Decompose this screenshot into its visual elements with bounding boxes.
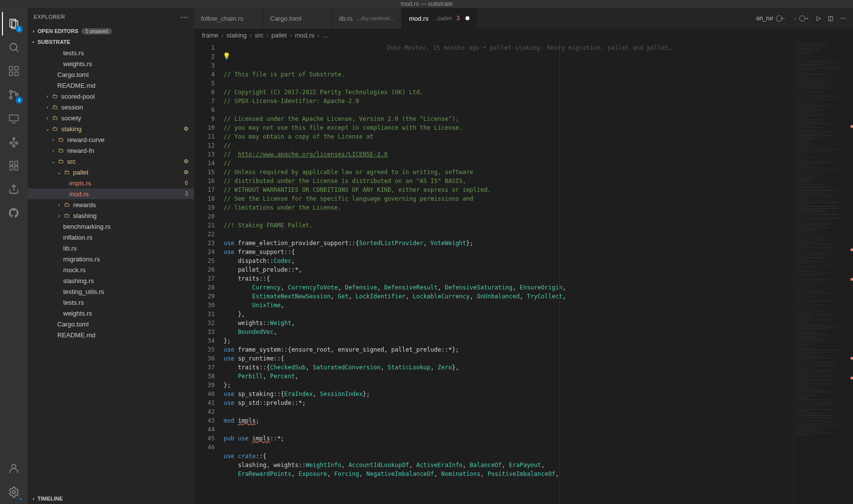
code-line[interactable]	[224, 212, 794, 221]
folder-item[interactable]: ›🗀society	[28, 112, 194, 123]
code-area[interactable]: Zeke Mostov, 15 months ago • pallet-stak…	[224, 41, 794, 504]
code-line[interactable]: use sp_staking::{EraIndex, SessionIndex}…	[224, 390, 794, 398]
breadcrumb-item[interactable]: src	[255, 32, 263, 39]
file-item[interactable]: benchmarking.rs	[28, 221, 194, 232]
folder-item[interactable]: ›🗀scored-pool	[28, 91, 194, 102]
run-icon[interactable]: ▷	[816, 15, 821, 22]
code-line[interactable]	[224, 443, 794, 452]
folder-item[interactable]: ⌄🗀staking	[28, 123, 194, 134]
code-line[interactable]: use frame_election_provider_support::{So…	[224, 239, 794, 248]
code-line[interactable]: BoundedVec,	[224, 327, 794, 336]
code-line[interactable]: pallet_prelude::*,	[224, 265, 794, 274]
code-line[interactable]: // This file is part of Substrate.	[224, 70, 794, 79]
code-line[interactable]: EraRewardPoints, Exposure, Forcing, Nega…	[224, 469, 794, 478]
remote-explorer-icon[interactable]	[2, 107, 26, 130]
folder-item[interactable]: ›🗀slashing	[28, 210, 194, 221]
code-line[interactable]: // You may obtain a copy of the License …	[224, 132, 794, 141]
breadcrumb-item[interactable]: pallet	[271, 32, 287, 39]
account-icon[interactable]	[2, 457, 26, 480]
editor-tab[interactable]: Cargo.toml	[263, 8, 332, 29]
explorer-icon[interactable]: 1	[2, 12, 26, 36]
code-line[interactable]: // distributed under the License is dist…	[224, 177, 794, 185]
minimap[interactable]	[794, 41, 853, 504]
code-line[interactable]: // you may not use this file except in c…	[224, 123, 794, 132]
folder-item[interactable]: ›🗀reward-fn	[28, 145, 194, 156]
code-line[interactable]: // limitations under the License.	[224, 203, 794, 212]
folder-item[interactable]: ›🗀reward-curve	[28, 134, 194, 145]
code-line[interactable]: weights::Weight,	[224, 319, 794, 327]
split-editor-icon[interactable]: ◫	[828, 15, 833, 22]
file-item[interactable]: Cargo.toml	[28, 319, 194, 329]
code-line[interactable]: //	[224, 159, 794, 168]
breadcrumb-item[interactable]: staking	[227, 32, 247, 39]
file-item[interactable]: README.md	[28, 329, 194, 340]
breadcrumb[interactable]: frame›staking›src›pallet›mod.rs›...	[194, 29, 853, 41]
code-line[interactable]: EstimateNextNewSession, Get, LockIdentif…	[224, 292, 794, 301]
github-icon[interactable]	[2, 201, 26, 225]
code-line[interactable]	[224, 79, 794, 88]
file-item[interactable]: slashing.rs	[28, 275, 194, 286]
code-line[interactable]: // See the License for the specific lang…	[224, 194, 794, 203]
editor-content[interactable]: 💡 12345678910111213141516171819202122232…	[194, 41, 853, 504]
code-line[interactable]: UnixTime,	[224, 301, 794, 310]
workspace-section[interactable]: › SUBSTRATE	[28, 36, 194, 47]
file-item[interactable]: README.md	[28, 80, 194, 91]
code-line[interactable]: Perbill, Percent,	[224, 372, 794, 381]
code-line[interactable]	[224, 407, 794, 416]
code-line[interactable]: };	[224, 336, 794, 345]
file-item[interactable]: tests.rs	[28, 47, 194, 58]
code-line[interactable]: use frame_support::{	[224, 248, 794, 256]
code-line[interactable]: traits::{CheckedSub, SaturatedConversion…	[224, 363, 794, 372]
code-line[interactable]	[224, 230, 794, 239]
more-actions-icon[interactable]: ⋯	[840, 15, 846, 22]
breadcrumb-item[interactable]: ...	[322, 32, 328, 39]
go-back-icon[interactable]: ⃝←	[780, 15, 786, 22]
settings-icon[interactable]	[2, 480, 26, 504]
code-line[interactable]: // SPDX-License-Identifier: Apache-2.0	[224, 97, 794, 106]
git-graph-icon[interactable]	[2, 130, 26, 154]
breadcrumb-item[interactable]: mod.rs	[295, 32, 314, 39]
code-line[interactable]: // Copyright (C) 2017-2022 Parity Techno…	[224, 88, 794, 97]
file-item[interactable]: weights.rs	[28, 308, 194, 319]
folder-item[interactable]: ⌄🗀src	[28, 156, 194, 167]
timeline-section[interactable]: › TIMELINE	[28, 493, 194, 504]
file-item[interactable]: impls.rs6	[28, 178, 194, 188]
code-line[interactable]: traits::{	[224, 274, 794, 283]
breadcrumb-item[interactable]: frame	[202, 32, 218, 39]
search-icon[interactable]	[2, 36, 26, 59]
code-line[interactable]: // http://www.apache.org/licenses/LICENS…	[224, 150, 794, 159]
nav-icon[interactable]: ○	[793, 15, 797, 22]
code-line[interactable]	[224, 425, 794, 434]
code-line[interactable]: },	[224, 310, 794, 319]
editor-tab[interactable]: mod.rs.../pallet3	[402, 8, 477, 29]
open-editors-section[interactable]: › OPEN EDITORS 1 unsaved	[28, 26, 194, 36]
file-item[interactable]: weights.rs	[28, 58, 194, 69]
file-item[interactable]: testing_utils.rs	[28, 286, 194, 297]
file-item[interactable]: Cargo.toml	[28, 69, 194, 80]
references-icon[interactable]	[2, 154, 26, 178]
code-line[interactable]: //	[224, 141, 794, 150]
extensions-icon[interactable]	[2, 59, 26, 83]
code-line[interactable]: use frame_system::{ensure_root, ensure_s…	[224, 345, 794, 354]
folder-item[interactable]: ›🗀rewards	[28, 199, 194, 210]
sidebar-more-icon[interactable]: ⋯	[180, 12, 189, 22]
code-line[interactable]: use crate::{	[224, 452, 794, 461]
file-item[interactable]: tests.rs	[28, 297, 194, 308]
code-line[interactable]: use sp_std::prelude::*;	[224, 398, 794, 407]
file-item[interactable]: inflation.rs	[28, 232, 194, 243]
file-item[interactable]: lib.rs	[28, 243, 194, 253]
file-item[interactable]: mod.rs3	[28, 188, 194, 199]
folder-item[interactable]: ›🗀session	[28, 102, 194, 112]
code-line[interactable]	[224, 106, 794, 114]
go-forward-icon[interactable]: ⃝→	[804, 15, 810, 22]
code-line[interactable]: use sp_runtime::{	[224, 354, 794, 363]
file-item[interactable]: mock.rs	[28, 264, 194, 275]
file-item[interactable]: migrations.rs	[28, 253, 194, 264]
folder-item[interactable]: ⌄🗀pallet	[28, 167, 194, 178]
code-line[interactable]: pub use impls::*;	[224, 434, 794, 443]
code-line[interactable]: slashing, weights::WeightInfo, AccountId…	[224, 461, 794, 469]
code-line[interactable]: Currency, CurrencyToVote, Defensive, Def…	[224, 283, 794, 292]
code-line[interactable]: // WITHOUT WARRANTIES OR CONDITIONS OF A…	[224, 185, 794, 194]
code-line[interactable]: mod impls;	[224, 416, 794, 425]
code-line[interactable]: //! Staking FRAME Pallet.	[224, 221, 794, 230]
